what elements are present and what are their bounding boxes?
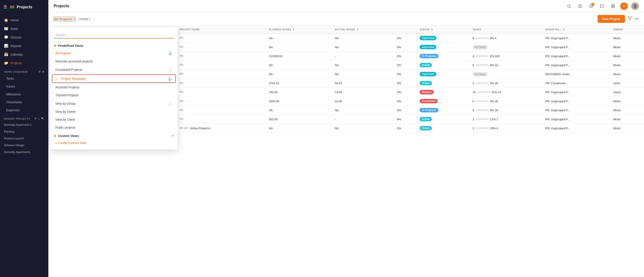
collapse-icon: ⊖ [54,44,56,48]
progress-bar [476,118,488,120]
sidebar-item-discuss[interactable]: 💬 Discuss [0,33,48,42]
all-projects-dropdown-button[interactable]: All Projects ▼ [54,17,76,21]
user-avatar[interactable]: 👤 [631,2,639,10]
recent-project-donnelly[interactable]: Donnelly Apartments [0,148,48,156]
actual-info-icon[interactable]: ℹ [357,28,358,31]
settings-icon[interactable] [609,2,617,10]
dropdown-item-completed[interactable]: Completed Projects ⚓ [50,65,178,74]
sidebar-item-reports[interactable]: 📊 Reports [0,42,48,50]
work-overview-expand-icon[interactable]: ⊕ [42,70,44,73]
cell-status: In Progress [416,52,469,61]
dropdown-item-trashed[interactable]: Trashed Projects [50,91,178,99]
table-row[interactable]: PR- NA NA 0% Approved No Tasks PR- Ungro… [176,43,644,52]
dropdown-item-public-projects[interactable]: Public projects [50,124,178,132]
filter-icon[interactable] [628,16,632,22]
planned-info-icon[interactable]: ℹ [293,28,294,31]
recently-accessed-label: Recently accessed projects [56,60,93,63]
timer-icon[interactable] [576,2,584,10]
cell-tasks: 1 12% 7 [469,115,542,124]
recent-project-product-launch[interactable]: Product Launch [0,135,48,142]
dropdown-item-archived[interactable]: Archived Projects [50,83,178,91]
cell-group: PR- Ungrouped P... [542,115,610,124]
anchor-icon-view-by-group: ⚓ [168,101,172,106]
tasks-progress: 0 0% 4 [472,36,538,40]
cell-status: Completed [416,97,469,106]
cell-tasks: 4 2% 163 [469,52,542,61]
table-row[interactable]: PR- NA NA 0% Active 0 0% 10 PR- Ungroupe… [176,61,644,70]
table-row[interactable]: PR-423 Airline Project A NA NA 0% Active… [176,124,644,133]
table-row[interactable]: PR- 3552:00 01:00 0% Completed 0 0% 35 P… [176,97,644,106]
dropdown-item-view-by-owner[interactable]: View by Owner [50,108,178,116]
sidebar-item-home[interactable]: 🏠 Home [0,16,48,24]
search-button[interactable] [565,2,573,10]
project-id: PR- [179,72,184,76]
dropdown-item-all-projects[interactable]: All Projects ⚓ [50,49,178,58]
progress-bar [477,91,490,93]
sidebar-item-expenses[interactable]: Expenses [0,106,48,114]
status-badge: Approved [420,72,436,76]
table-row[interactable]: PR- 113304:03 - 0% In Progress 4 2% 163 … [176,52,644,61]
custom-views-label: Custom Views [58,134,79,138]
hamburger-icon[interactable]: ☰ [4,4,7,10]
table-row[interactable]: PR- 352:00 - 0% Active 1 12% 7 PR- Ungro… [176,115,644,124]
project-name: PR- [179,36,262,40]
recent-settings-icon[interactable]: ⚙ [34,117,37,120]
cell-tasks: 0 0% 25 [469,106,542,115]
cell-project: PR-423 Airline Project A [176,124,265,133]
col-header-tasks: TASKS [469,26,542,34]
dropdown-item-view-by-client[interactable]: View by Client [50,116,178,124]
recent-project-airframe[interactable]: Airframe Design [0,142,48,148]
table-row[interactable]: PR- NA NA 0% Approved No Tasks ENTUSERS-… [176,70,644,79]
cell-owner: Monic [610,115,644,124]
recent-search-icon[interactable]: 🔍 [41,117,44,120]
sidebar-item-tasks[interactable]: Tasks [0,74,48,82]
status-sort-icon[interactable]: ⇅ [431,28,433,31]
recent-project-donnally[interactable]: Donnally Apartment C [0,121,48,128]
new-project-button[interactable]: New Project [598,15,625,23]
cell-tasks: No Tasks [469,43,542,52]
filterbar-right: New Project ••• [598,15,639,23]
cell-planned: NA [265,43,331,52]
predefined-views-header[interactable]: ⊖ Predefined Views [50,41,178,49]
cell-owner: Monic [610,43,644,52]
custom-views-header[interactable]: ⊖ Custom Views ✏ [50,132,178,139]
filterbar: All Projects ▼ ( Active ) ☆ New Project … [48,12,644,26]
sidebar-item-calendar[interactable]: 📅 Calendar [0,50,48,59]
sidebar-item-timesheets[interactable]: Timesheets [0,98,48,106]
project-name: PR- [179,64,262,66]
table-row[interactable]: PR- NA NA 0% In Progress 0 0% 25 PR- Ung… [176,106,644,115]
sidebar-item-milestones[interactable]: Milestones [0,90,48,98]
sidebar-item-feed[interactable]: 📰 Feed [0,24,48,33]
issues-label: Issues [6,85,15,88]
table-row[interactable]: PR- 2754:15 03:18 0% Active 1 3% 30 PR- … [176,79,644,88]
add-button[interactable]: + [620,2,628,10]
calendar-icon: 📅 [4,52,8,56]
cell-tasks: 0 0% 4 [469,34,542,43]
create-custom-view-button[interactable]: + Create Custom View [50,139,178,147]
project-id: PR- [179,64,184,66]
dropdown-item-project-templates[interactable]: ☆ Project Templates ⚓ [52,74,176,83]
sidebar-item-projects[interactable]: 📁 Projects [0,59,48,67]
more-options-icon[interactable]: ••• [634,17,639,21]
custom-views-edit-icon[interactable]: ✏ [172,134,174,138]
cell-tasks: 0 0% 10 [469,61,542,70]
work-overview-settings-icon[interactable]: ⚙ [38,70,41,73]
search-input[interactable] [54,32,174,38]
sidebar: ☰ Projects 🏠 Home 📰 Feed 💬 Discuss 📊 Rep… [0,0,48,277]
view-by-group-label: View by Group [56,102,76,105]
recent-project-painting[interactable]: Painting [0,128,48,135]
table-row[interactable]: PR- 760:00 13:00 0% Reopen 10 41% 14 PR-… [176,88,644,97]
table-body: PR- NA NA 0% Approved 0 0% 4 PR- Ungroup… [176,34,644,133]
dropdown-item-recently-accessed[interactable]: Recently accessed projects [50,58,178,65]
sidebar-item-issues[interactable]: Issues [0,82,48,90]
group-sort-icon[interactable]: ⇅ [563,28,565,31]
recent-projects-actions: ⚙ | 🔍 [34,117,44,120]
cell-progress: 0% [394,70,416,79]
dropdown-item-view-by-group[interactable]: View by Group ⚓ [50,99,178,108]
cell-owner: Monic [610,61,644,70]
favorite-star-icon[interactable]: ☆ [93,17,96,21]
notifications-icon[interactable]: 1 [587,2,595,10]
chat-icon[interactable] [598,2,606,10]
col-header-progress [394,26,416,34]
table-row[interactable]: PR- NA NA 0% Approved 0 0% 4 PR- Ungroup… [176,34,644,43]
